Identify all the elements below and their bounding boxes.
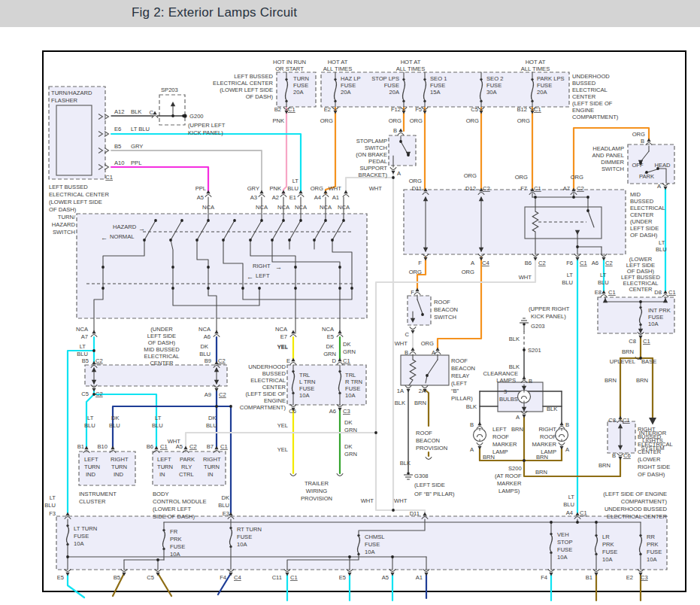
diagram-label: TURN — [111, 464, 127, 470]
junction-dot — [207, 287, 210, 290]
fuse-terminal — [402, 78, 405, 81]
diagram-label: MID BUSSED — [144, 346, 180, 353]
diagram-label: PNK — [272, 117, 284, 124]
diagram-label: NCA — [295, 204, 308, 211]
diagram-label: ORG — [409, 269, 422, 275]
diagram-label: TURN/HAZARD — [51, 90, 92, 96]
diagram-label: R TRN — [345, 379, 362, 385]
junction-dot — [586, 196, 589, 199]
diagram-label: HOT AT — [401, 59, 421, 65]
diagram-label: BUSSED — [630, 198, 654, 205]
diagram-label: RELAY — [451, 372, 469, 379]
diagram-label: F — [411, 289, 414, 296]
diagram-label: C1 — [534, 106, 541, 113]
fuse-terminal — [338, 392, 341, 394]
diagram-label: BRN — [598, 462, 611, 469]
diagram-label: FUSE — [557, 546, 572, 553]
junction-dot — [171, 287, 174, 290]
diagram-label: PPL — [131, 160, 141, 166]
junction-dot — [342, 219, 345, 222]
diagram-label: YEL — [277, 446, 288, 453]
diagram-label: BEACON — [416, 437, 440, 444]
diagram-label: CLEARANCE — [483, 370, 518, 377]
diagram-label: LT — [292, 178, 299, 184]
diagram-label: FUSE — [430, 82, 445, 89]
diagram-label: CENTER — [150, 360, 174, 366]
diagram-label: ELECTRICAL — [630, 205, 665, 211]
diagram-label: F4 — [220, 574, 226, 581]
diagram-label: RIGHT SIDE — [638, 464, 670, 470]
diagram-label: TURN — [84, 464, 100, 470]
junction-dot — [523, 348, 526, 351]
diagram-label: PRK — [602, 541, 614, 548]
diagram-label: INSTRUMENT — [79, 491, 117, 497]
diagram-label: ELECTRICAL — [250, 377, 286, 384]
diagram-label: IN — [159, 471, 165, 478]
diagram-label: 10A — [647, 556, 657, 563]
diagram-label: BODY — [153, 491, 169, 497]
diagram-label: E3 — [223, 510, 229, 517]
diagram-label: HEADLAMP — [592, 145, 624, 152]
diagram-label: A6 — [204, 333, 211, 340]
diagram-label: PARK — [180, 456, 195, 463]
diagram-label: ORG — [311, 185, 323, 192]
fuse-terminal — [480, 100, 482, 102]
junction-dot — [195, 239, 198, 242]
diagram-label: B — [565, 421, 569, 428]
diagram-label: (LOWER LEFT — [153, 506, 191, 512]
diagram-label: (UNDER — [630, 218, 653, 225]
diagram-label: B10 — [97, 443, 108, 450]
fuse-terminal — [292, 392, 294, 394]
diagram-label: ALL TIMES — [323, 65, 352, 72]
diagram-label: NCA — [202, 204, 215, 211]
fuse-terminal — [162, 548, 165, 550]
diagram-label: GRN — [344, 451, 357, 458]
diagram-label: D8 — [654, 289, 662, 296]
diagram-label: E7 — [280, 333, 287, 340]
diagram-label: 10A — [74, 540, 84, 547]
diagram-label: C — [150, 109, 154, 116]
diagram-label: FUSE — [341, 82, 356, 89]
diagram-label: OF DASH) — [148, 339, 176, 346]
junction-dot — [222, 239, 225, 242]
diagram-label: HAZARD — [52, 221, 76, 228]
junction-dot — [66, 555, 69, 558]
junction-dot — [294, 287, 297, 290]
junction-dot — [156, 558, 159, 561]
diagram-label: 10A — [557, 554, 568, 561]
diagram-label: DK — [221, 494, 229, 501]
diagram-label: S200 — [508, 465, 522, 472]
diagram-label: OF DASH) — [638, 471, 665, 478]
diagram-label: CENTER — [630, 211, 654, 218]
diagram-label: RLY — [181, 464, 192, 470]
diagram-label: PEDAL — [368, 158, 387, 165]
diagram-label: ORG — [466, 117, 479, 124]
diagram-label: IND — [114, 471, 124, 478]
junction-dot — [338, 266, 341, 269]
junction-dot — [169, 239, 172, 242]
diagram-label: SWITCH — [53, 229, 75, 236]
diagram-label: ROOF — [451, 357, 468, 364]
diagram-label: PARK — [639, 173, 654, 180]
diagram-label: BLK — [547, 406, 557, 412]
fuse-terminal — [402, 100, 405, 102]
diagram-label: RT TURN — [237, 526, 262, 533]
diagram-label: OF DASH) — [630, 232, 658, 239]
diagram-label: LEFT — [157, 456, 171, 463]
diagram-label: PPL — [195, 185, 206, 192]
diagram-label: 30A — [486, 89, 497, 96]
diagram-label: BLU — [563, 501, 574, 508]
diagram-label: NCA — [338, 204, 350, 211]
diagram-label: MARKER — [492, 441, 517, 448]
diagram-label: BUSSED — [638, 433, 662, 440]
diagram-label: BLU — [206, 422, 217, 429]
diagram-label: F5 — [415, 106, 422, 113]
junction-dot — [338, 287, 341, 290]
diagram-label: ALL TIMES — [396, 65, 425, 72]
diagram-label: C6 — [289, 408, 296, 415]
diagram-label: WHT — [394, 497, 408, 504]
diagram-label: A7 — [81, 333, 88, 340]
diagram-label: LT — [568, 494, 575, 500]
diagram-label: FUSE — [299, 385, 314, 392]
diagram-label: C1 — [105, 174, 113, 181]
